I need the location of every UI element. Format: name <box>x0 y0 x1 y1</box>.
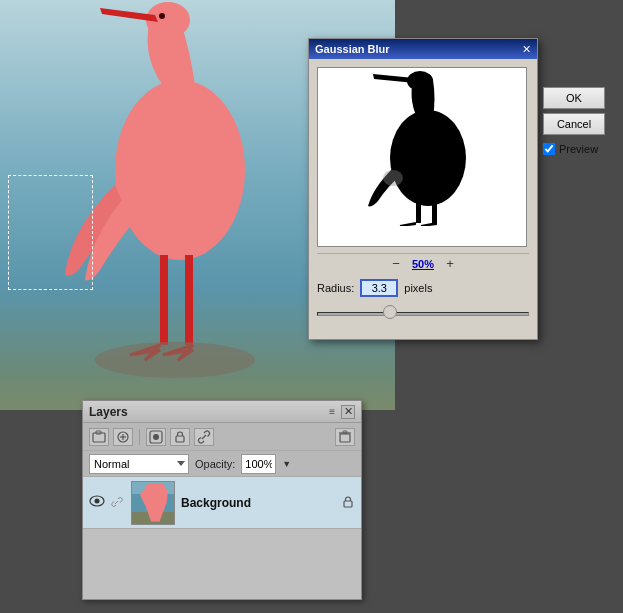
gaussian-blur-dialog: Gaussian Blur ✕ <box>308 38 538 340</box>
layers-title: Layers <box>89 405 128 419</box>
link-tool-button[interactable] <box>194 428 214 446</box>
svg-rect-16 <box>343 431 347 433</box>
delete-layer-button[interactable] <box>335 428 355 446</box>
preview-label: Preview <box>559 143 598 155</box>
opacity-input[interactable] <box>241 454 276 474</box>
svg-rect-14 <box>340 434 350 442</box>
radius-row: Radius: pixels <box>317 279 529 297</box>
svg-rect-3 <box>160 255 168 345</box>
svg-point-2 <box>159 13 165 19</box>
pixels-label: pixels <box>404 282 432 294</box>
opacity-label: Opacity: <box>195 458 235 470</box>
layer-visibility-toggle[interactable] <box>89 495 105 511</box>
preview-checkbox-row: Preview <box>543 143 605 155</box>
toolbar-separator-1 <box>139 429 140 445</box>
layer-name: Background <box>181 496 335 510</box>
eye-icon <box>89 495 105 510</box>
layers-toolbar <box>83 423 361 451</box>
gaussian-buttons: OK Cancel Preview <box>543 87 605 155</box>
zoom-level-display[interactable]: 50% <box>412 258 434 270</box>
layer-thumbnail <box>131 481 175 525</box>
svg-rect-19 <box>344 501 352 507</box>
gaussian-close-button[interactable]: ✕ <box>522 44 531 55</box>
lock-tool-button[interactable] <box>170 428 190 446</box>
layers-close-button[interactable]: ✕ <box>341 405 355 419</box>
layer-lock-badge <box>341 495 355 511</box>
opacity-dropdown-arrow[interactable]: ▼ <box>282 459 291 469</box>
radius-input[interactable] <box>360 279 398 297</box>
gaussian-dialog-body: − 50% + Radius: pixels OK Cancel Preview <box>309 59 537 339</box>
ok-button[interactable]: OK <box>543 87 605 109</box>
mask-tool-button[interactable] <box>146 428 166 446</box>
blend-mode-select[interactable]: Normal Dissolve Multiply Screen Overlay <box>89 454 189 474</box>
svg-point-0 <box>115 80 245 260</box>
new-group-tool-button[interactable] <box>89 428 109 446</box>
zoom-out-button[interactable]: − <box>388 256 404 272</box>
layers-panel: Layers ≡ ✕ Normal Dissolve Multipl <box>82 400 362 600</box>
layers-menu-button[interactable]: ≡ <box>329 406 335 417</box>
svg-point-25 <box>383 170 403 186</box>
gaussian-preview-area[interactable] <box>317 67 527 247</box>
svg-rect-23 <box>416 201 421 223</box>
new-layer-tool-button[interactable] <box>113 428 133 446</box>
zoom-in-button[interactable]: + <box>442 256 458 272</box>
preview-checkbox[interactable] <box>543 143 555 155</box>
layers-list: Background <box>83 477 361 529</box>
svg-rect-13 <box>176 436 184 442</box>
preview-zoom-bar: − 50% + <box>317 253 529 273</box>
radius-slider[interactable] <box>317 312 529 316</box>
svg-point-5 <box>95 342 255 378</box>
radius-label: Radius: <box>317 282 354 294</box>
svg-rect-24 <box>432 201 437 223</box>
svg-point-18 <box>95 499 100 504</box>
layer-link-icon <box>111 496 125 510</box>
layer-item-background[interactable]: Background <box>83 477 361 529</box>
svg-point-12 <box>153 434 159 440</box>
cancel-button[interactable]: Cancel <box>543 113 605 135</box>
layers-blending-row: Normal Dissolve Multiply Screen Overlay … <box>83 451 361 477</box>
bird-image <box>20 0 340 390</box>
svg-rect-4 <box>185 255 193 345</box>
layers-titlebar: Layers ≡ ✕ <box>83 401 361 423</box>
gaussian-dialog-title: Gaussian Blur <box>315 43 390 55</box>
gaussian-dialog-titlebar: Gaussian Blur ✕ <box>309 39 537 59</box>
radius-slider-container[interactable] <box>317 305 529 323</box>
